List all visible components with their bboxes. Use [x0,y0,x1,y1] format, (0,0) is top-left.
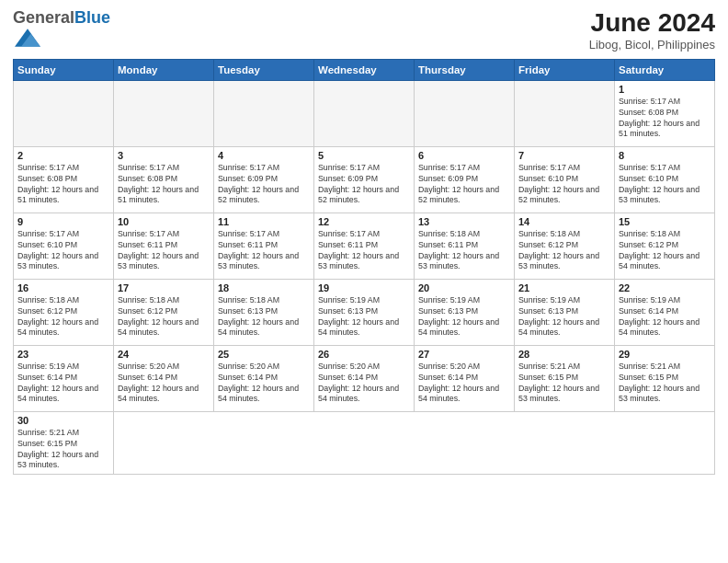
day-number: 18 [218,282,310,293]
header-monday: Monday [114,59,214,80]
logo-general: General [13,8,74,27]
table-row: 3Sunrise: 5:17 AMSunset: 6:08 PMDaylight… [114,146,214,213]
header-tuesday: Tuesday [214,59,314,80]
table-row: 11Sunrise: 5:17 AMSunset: 6:11 PMDayligh… [214,213,314,279]
day-info: Sunrise: 5:18 AMSunset: 6:11 PMDaylight:… [418,229,510,273]
table-row: 13Sunrise: 5:18 AMSunset: 6:11 PMDayligh… [415,213,515,279]
day-number: 21 [518,282,610,293]
day-info: Sunrise: 5:20 AMSunset: 6:14 PMDaylight:… [318,362,410,406]
day-number: 3 [118,150,210,161]
header-friday: Friday [515,59,615,80]
day-info: Sunrise: 5:19 AMSunset: 6:13 PMDaylight:… [518,295,610,339]
day-number: 25 [218,349,310,360]
table-row: 26Sunrise: 5:20 AMSunset: 6:14 PMDayligh… [314,345,415,411]
table-row [515,80,615,146]
day-number: 23 [17,349,109,360]
day-info: Sunrise: 5:21 AMSunset: 6:15 PMDaylight:… [518,362,610,406]
header-saturday: Saturday [615,59,715,80]
logo-blue: Blue [74,8,110,27]
table-row [415,80,515,146]
day-info: Sunrise: 5:17 AMSunset: 6:08 PMDaylight:… [17,163,109,207]
table-row: 20Sunrise: 5:19 AMSunset: 6:13 PMDayligh… [415,279,515,345]
day-info: Sunrise: 5:21 AMSunset: 6:15 PMDaylight:… [17,428,109,472]
day-info: Sunrise: 5:20 AMSunset: 6:14 PMDaylight:… [118,362,210,406]
header-thursday: Thursday [415,59,515,80]
day-number: 11 [218,216,310,227]
header-wednesday: Wednesday [314,59,415,80]
table-row: 8Sunrise: 5:17 AMSunset: 6:10 PMDaylight… [615,146,715,213]
day-info: Sunrise: 5:17 AMSunset: 6:08 PMDaylight:… [619,97,711,141]
weekday-header-row: Sunday Monday Tuesday Wednesday Thursday… [14,59,715,80]
day-number: 26 [318,349,410,360]
table-row: 4Sunrise: 5:17 AMSunset: 6:09 PMDaylight… [214,146,314,213]
table-row: 1Sunrise: 5:17 AMSunset: 6:08 PMDaylight… [615,80,715,146]
table-row: 15Sunrise: 5:18 AMSunset: 6:12 PMDayligh… [615,213,715,279]
day-number: 6 [418,150,510,161]
day-info: Sunrise: 5:19 AMSunset: 6:14 PMDaylight:… [619,295,711,339]
day-number: 29 [619,349,711,360]
day-number: 9 [17,216,109,227]
day-number: 22 [619,282,711,293]
table-row: 16Sunrise: 5:18 AMSunset: 6:12 PMDayligh… [14,279,114,345]
table-row: 30Sunrise: 5:21 AMSunset: 6:15 PMDayligh… [14,411,114,475]
day-info: Sunrise: 5:18 AMSunset: 6:13 PMDaylight:… [218,295,310,339]
day-number: 7 [518,150,610,161]
day-info: Sunrise: 5:18 AMSunset: 6:12 PMDaylight:… [17,295,109,339]
table-row [214,80,314,146]
day-info: Sunrise: 5:17 AMSunset: 6:09 PMDaylight:… [318,163,410,207]
table-row: 17Sunrise: 5:18 AMSunset: 6:12 PMDayligh… [114,279,214,345]
day-info: Sunrise: 5:17 AMSunset: 6:09 PMDaylight:… [218,163,310,207]
table-row: 12Sunrise: 5:17 AMSunset: 6:11 PMDayligh… [314,213,415,279]
table-row: 24Sunrise: 5:20 AMSunset: 6:14 PMDayligh… [114,345,214,411]
calendar-subtitle: Libog, Bicol, Philippines [589,38,715,52]
table-row: 28Sunrise: 5:21 AMSunset: 6:15 PMDayligh… [515,345,615,411]
table-row: 7Sunrise: 5:17 AMSunset: 6:10 PMDaylight… [515,146,615,213]
day-number: 13 [418,216,510,227]
day-number: 2 [17,150,109,161]
day-number: 20 [418,282,510,293]
calendar-table: Sunday Monday Tuesday Wednesday Thursday… [13,59,715,476]
table-row: 21Sunrise: 5:19 AMSunset: 6:13 PMDayligh… [515,279,615,345]
table-row: 9Sunrise: 5:17 AMSunset: 6:10 PMDaylight… [14,213,114,279]
day-number: 30 [17,415,109,426]
header-sunday: Sunday [14,59,114,80]
day-info: Sunrise: 5:18 AMSunset: 6:12 PMDaylight:… [118,295,210,339]
header: GeneralBlue June 2024 Libog, Bicol, Phil… [13,9,715,52]
day-number: 28 [518,349,610,360]
table-row: 6Sunrise: 5:17 AMSunset: 6:09 PMDaylight… [415,146,515,213]
table-row [14,80,114,146]
title-block: June 2024 Libog, Bicol, Philippines [589,9,715,52]
day-info: Sunrise: 5:20 AMSunset: 6:14 PMDaylight:… [218,362,310,406]
day-number: 15 [619,216,711,227]
day-info: Sunrise: 5:18 AMSunset: 6:12 PMDaylight:… [619,229,711,273]
day-number: 5 [318,150,410,161]
day-number: 17 [118,282,210,293]
day-info: Sunrise: 5:17 AMSunset: 6:09 PMDaylight:… [418,163,510,207]
table-row: 29Sunrise: 5:21 AMSunset: 6:15 PMDayligh… [615,345,715,411]
calendar-title: June 2024 [589,9,715,38]
day-info: Sunrise: 5:19 AMSunset: 6:14 PMDaylight:… [17,362,109,406]
day-number: 16 [17,282,109,293]
day-number: 12 [318,216,410,227]
logo-icon [15,28,40,48]
table-row: 18Sunrise: 5:18 AMSunset: 6:13 PMDayligh… [214,279,314,345]
day-info: Sunrise: 5:17 AMSunset: 6:11 PMDaylight:… [218,229,310,273]
table-row: 25Sunrise: 5:20 AMSunset: 6:14 PMDayligh… [214,345,314,411]
day-info: Sunrise: 5:19 AMSunset: 6:13 PMDaylight:… [318,295,410,339]
day-info: Sunrise: 5:17 AMSunset: 6:08 PMDaylight:… [118,163,210,207]
table-row: 14Sunrise: 5:18 AMSunset: 6:12 PMDayligh… [515,213,615,279]
day-number: 4 [218,150,310,161]
table-row: 10Sunrise: 5:17 AMSunset: 6:11 PMDayligh… [114,213,214,279]
page-container: GeneralBlue June 2024 Libog, Bicol, Phil… [0,0,728,480]
day-number: 19 [318,282,410,293]
day-info: Sunrise: 5:17 AMSunset: 6:10 PMDaylight:… [619,163,711,207]
table-row: 23Sunrise: 5:19 AMSunset: 6:14 PMDayligh… [14,345,114,411]
day-info: Sunrise: 5:20 AMSunset: 6:14 PMDaylight:… [418,362,510,406]
day-number: 24 [118,349,210,360]
table-row: 27Sunrise: 5:20 AMSunset: 6:14 PMDayligh… [415,345,515,411]
day-info: Sunrise: 5:17 AMSunset: 6:10 PMDaylight:… [17,229,109,273]
day-number: 8 [619,150,711,161]
table-row: 22Sunrise: 5:19 AMSunset: 6:14 PMDayligh… [615,279,715,345]
table-row [314,80,415,146]
day-info: Sunrise: 5:17 AMSunset: 6:11 PMDaylight:… [118,229,210,273]
